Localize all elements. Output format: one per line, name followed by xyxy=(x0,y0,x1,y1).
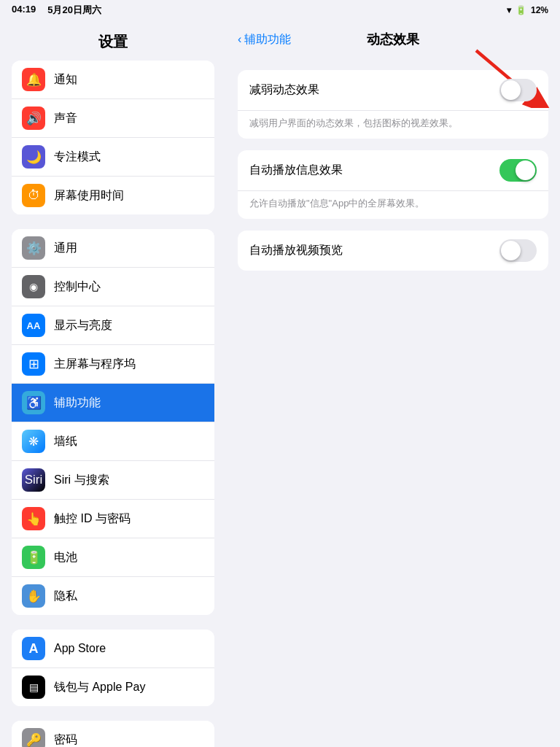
auto-play-messages-row: 自动播放信息效果 xyxy=(238,150,548,191)
sidebar-item-sounds[interactable]: 🔊 声音 xyxy=(12,99,214,138)
passwords-label: 密码 xyxy=(54,732,77,748)
reduce-motion-row: 减弱动态效果 xyxy=(238,70,548,111)
screentime-label: 屏幕使用时间 xyxy=(54,188,124,204)
sidebar-title: 设置 xyxy=(0,26,226,61)
accessibility-icon: ♿ xyxy=(22,391,45,414)
status-time: 04:19 xyxy=(12,4,36,17)
sidebar-item-touchid[interactable]: 👆 触控 ID 与密码 xyxy=(12,500,214,538)
controlcenter-icon: ◉ xyxy=(22,275,45,298)
auto-play-video-label: 自动播放视频预览 xyxy=(249,243,343,258)
auto-play-messages-label: 自动播放信息效果 xyxy=(249,163,343,178)
back-button[interactable]: ‹ 辅助功能 xyxy=(238,32,291,47)
battery-icon: 🔋 xyxy=(516,5,526,15)
sidebar-item-passwords[interactable]: 🔑 密码 xyxy=(12,721,214,747)
sidebar-group-1: 🔔 通知 🔊 声音 🌙 专注模式 ⏱ 屏幕使用时间 xyxy=(12,61,214,214)
auto-play-video-row: 自动播放视频预览 xyxy=(238,231,548,271)
display-icon: AA xyxy=(22,314,45,337)
focus-icon: 🌙 xyxy=(22,145,45,169)
wallpaper-label: 墙纸 xyxy=(54,434,77,449)
general-label: 通用 xyxy=(54,241,77,256)
sidebar-item-wallpaper[interactable]: ❋ 墙纸 xyxy=(12,422,214,461)
settings-group-auto-play-video: 自动播放视频预览 xyxy=(238,231,548,271)
sidebar-item-battery[interactable]: 🔋 电池 xyxy=(12,538,214,577)
sounds-label: 声音 xyxy=(54,111,77,126)
status-bar: 04:19 5月20日周六 ▾ 🔋 12% xyxy=(0,0,560,20)
wallpaper-icon: ❋ xyxy=(22,430,45,453)
status-right: ▾ 🔋 12% xyxy=(507,5,548,15)
touchid-icon: 👆 xyxy=(22,507,45,530)
sidebar-group-4: 🔑 密码 ✉ 邮件 👤 通讯录 xyxy=(12,721,214,747)
settings-group-auto-play-messages: 自动播放信息效果 允许自动播放"信息"App中的全屏幕效果。 xyxy=(238,150,548,219)
screentime-icon: ⏱ xyxy=(22,184,45,207)
siri-icon: Siri xyxy=(22,468,45,492)
sidebar-item-controlcenter[interactable]: ◉ 控制中心 xyxy=(12,268,214,306)
sidebar-item-wallet[interactable]: ▤ 钱包与 Apple Pay xyxy=(12,668,214,706)
passwords-icon: 🔑 xyxy=(22,728,45,747)
sidebar-group-3: A App Store ▤ 钱包与 Apple Pay xyxy=(12,630,214,706)
appstore-icon: A xyxy=(22,637,45,660)
general-icon: ⚙️ xyxy=(22,236,45,260)
reduce-motion-description: 减弱用户界面的动态效果，包括图标的视差效果。 xyxy=(238,111,548,139)
back-label: 辅助功能 xyxy=(244,32,291,47)
chevron-left-icon: ‹ xyxy=(238,33,241,46)
main-layout: 设置 🔔 通知 🔊 声音 🌙 专注模式 ⏱ 屏幕使用时间 ⚙️ xyxy=(0,20,560,747)
touchid-label: 触控 ID 与密码 xyxy=(54,511,131,527)
detail-title: 动态效果 xyxy=(367,31,419,48)
auto-play-video-toggle[interactable] xyxy=(499,239,537,262)
homescreen-icon: ⊞ xyxy=(22,352,45,376)
focus-label: 专注模式 xyxy=(54,150,101,165)
wallet-label: 钱包与 Apple Pay xyxy=(54,680,145,695)
siri-label: Siri 与搜索 xyxy=(54,473,109,488)
sidebar-item-screentime[interactable]: ⏱ 屏幕使用时间 xyxy=(12,177,214,214)
status-date: 5月20日周六 xyxy=(47,4,101,17)
auto-play-messages-description: 允许自动播放"信息"App中的全屏幕效果。 xyxy=(238,191,548,219)
wifi-icon: ▾ xyxy=(507,5,511,15)
detail-header: ‹ 辅助功能 动态效果 xyxy=(226,20,560,58)
controlcenter-label: 控制中心 xyxy=(54,279,101,295)
sidebar-item-privacy[interactable]: ✋ 隐私 xyxy=(12,577,214,615)
wallet-icon: ▤ xyxy=(22,676,45,699)
settings-group-reduce-motion: 减弱动态效果 减弱用户界面的动态效果，包括图标的视差效果。 xyxy=(238,70,548,139)
privacy-icon: ✋ xyxy=(22,584,45,608)
reduce-motion-label: 减弱动态效果 xyxy=(249,82,319,98)
sidebar-item-appstore[interactable]: A App Store xyxy=(12,630,214,668)
notifications-icon: 🔔 xyxy=(22,68,45,91)
accessibility-label: 辅助功能 xyxy=(54,395,101,411)
battery-level: 12% xyxy=(531,5,548,15)
sidebar-item-focus[interactable]: 🌙 专注模式 xyxy=(12,138,214,177)
battery-label: 电池 xyxy=(54,550,77,565)
sidebar-item-notifications[interactable]: 🔔 通知 xyxy=(12,61,214,99)
detail-panel: ‹ 辅助功能 动态效果 减弱动态效果 减弱用 xyxy=(226,20,560,747)
sidebar-item-display[interactable]: AA 显示与亮度 xyxy=(12,306,214,345)
reduce-motion-toggle[interactable] xyxy=(499,79,537,101)
appstore-label: App Store xyxy=(54,642,106,655)
sidebar-item-accessibility[interactable]: ♿ 辅助功能 xyxy=(12,384,214,422)
notifications-label: 通知 xyxy=(54,72,77,88)
battery-icon-item: 🔋 xyxy=(22,546,45,569)
sidebar-item-siri[interactable]: Siri Siri 与搜索 xyxy=(12,461,214,500)
auto-play-messages-toggle[interactable] xyxy=(499,159,537,182)
sidebar-item-homescreen[interactable]: ⊞ 主屏幕与程序坞 xyxy=(12,345,214,384)
sidebar-item-general[interactable]: ⚙️ 通用 xyxy=(12,229,214,268)
homescreen-label: 主屏幕与程序坞 xyxy=(54,357,136,372)
sidebar: 设置 🔔 通知 🔊 声音 🌙 专注模式 ⏱ 屏幕使用时间 ⚙️ xyxy=(0,20,226,747)
display-label: 显示与亮度 xyxy=(54,318,112,333)
sidebar-group-2: ⚙️ 通用 ◉ 控制中心 AA 显示与亮度 ⊞ 主屏幕与程序坞 ♿ 辅助功能 ❋… xyxy=(12,229,214,615)
privacy-label: 隐私 xyxy=(54,589,77,604)
sounds-icon: 🔊 xyxy=(22,107,45,130)
status-left: 04:19 5月20日周六 xyxy=(12,4,101,17)
detail-content: 减弱动态效果 减弱用户界面的动态效果，包括图标的视差效果。 自动播放信息效果 允… xyxy=(226,58,560,294)
